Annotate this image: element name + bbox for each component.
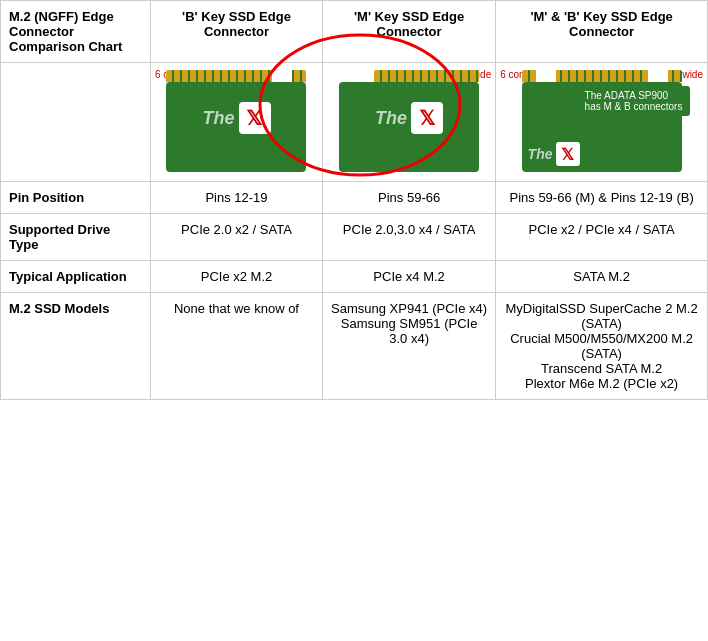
m-key-drive: PCIe 2.0,3.0 x4 / SATA <box>322 214 495 261</box>
mb-key-header: 'M' & 'B' Key SSD Edge Connector <box>496 1 708 63</box>
b-key-drive: PCIe 2.0 x2 / SATA <box>151 214 323 261</box>
row-label-app: Typical Application <box>1 261 151 293</box>
b-key-header: 'B' Key SSD Edge Connector <box>151 1 323 63</box>
row-label-drive: Supported Drive Type <box>1 214 151 261</box>
ssd-model-entry: Crucial M500/M550/MX200 M.2 (SATA) <box>504 331 699 361</box>
typical-app-row: Typical Application PCIe x2 M.2 PCIe x4 … <box>1 261 708 293</box>
row-label-models: M.2 SSD Models <box>1 293 151 400</box>
m-key-header: 'M' Key SSD Edge Connector <box>322 1 495 63</box>
row-label-image <box>1 63 151 182</box>
m-key-pin: Pins 59-66 <box>322 182 495 214</box>
mb-key-app: SATA M.2 <box>496 261 708 293</box>
chart-title: M.2 (NGFF) Edge Connector Comparison Cha… <box>9 9 122 54</box>
chart-title-cell: M.2 (NGFF) Edge Connector Comparison Cha… <box>1 1 151 63</box>
ssd-model-entry: Samsung XP941 (PCIe x4) <box>331 301 487 316</box>
ssd-models-row: M.2 SSD Models None that we know of Sams… <box>1 293 708 400</box>
m-key-connector: The 𝕏 <box>339 82 479 172</box>
ssd-model-entry: Transcend SATA M.2 <box>504 361 699 376</box>
mb-key-drive: PCIe x2 / PCIe x4 / SATA <box>496 214 708 261</box>
annotation-box: The ADATA SP900 has M & B connectors <box>580 86 690 116</box>
b-key-connector: The 𝕏 <box>166 82 306 172</box>
mb-key-connector: The ADATA SP900 has M & B connectors The… <box>522 82 682 172</box>
supported-drive-row: Supported Drive Type PCIe 2.0 x2 / SATA … <box>1 214 708 261</box>
b-key-pin: Pins 12-19 <box>151 182 323 214</box>
row-label-pin: Pin Position <box>1 182 151 214</box>
mb-key-models: MyDigitalSSD SuperCache 2 M.2 (SATA)Cruc… <box>496 293 708 400</box>
ssd-model-entry: Samsung SM951 (PCIe 3.0 x4) <box>331 316 487 346</box>
b-key-app: PCIe x2 M.2 <box>151 261 323 293</box>
ssd-model-entry: MyDigitalSSD SuperCache 2 M.2 (SATA) <box>504 301 699 331</box>
pin-position-row: Pin Position Pins 12-19 Pins 59-66 Pins … <box>1 182 708 214</box>
m-key-models: Samsung XP941 (PCIe x4)Samsung SM951 (PC… <box>322 293 495 400</box>
connector-image-row: 6 contacts wide The 𝕏 <box>1 63 708 182</box>
mb-key-image-cell: 6 contacts wide 5 contacts wide <box>496 63 708 182</box>
m-key-image-cell: 5 contacts wide The 𝕏 <box>322 63 495 182</box>
b-key-models: None that we know of <box>151 293 323 400</box>
mb-key-pin: Pins 59-66 (M) & Pins 12-19 (B) <box>496 182 708 214</box>
ssd-model-entry: Plextor M6e M.2 (PCIe x2) <box>504 376 699 391</box>
b-key-image-cell: 6 contacts wide The 𝕏 <box>151 63 323 182</box>
m-key-app: PCIe x4 M.2 <box>322 261 495 293</box>
